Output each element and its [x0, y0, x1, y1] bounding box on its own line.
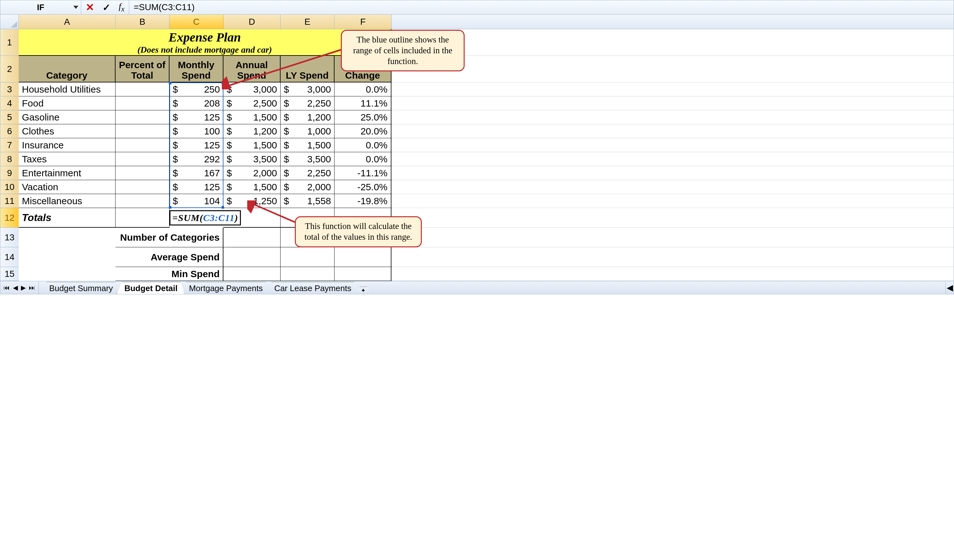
- cell-F15[interactable]: [335, 267, 391, 281]
- row-header-15[interactable]: 15: [0, 267, 19, 281]
- cell-G4[interactable]: [391, 96, 954, 110]
- header-annual-spend[interactable]: AnnualSpend: [223, 56, 281, 82]
- cell-E5[interactable]: $1,200: [281, 110, 335, 124]
- cell-C7[interactable]: $125: [170, 138, 223, 152]
- sheet-tab-2[interactable]: Mortgage Payments: [182, 282, 270, 294]
- cell-A4[interactable]: Food: [19, 96, 115, 110]
- cell-E3[interactable]: $3,000: [281, 82, 335, 96]
- row-header-4[interactable]: 4: [0, 96, 19, 110]
- cell-B3[interactable]: [115, 82, 170, 96]
- cell-G12[interactable]: [391, 208, 954, 228]
- label-avg-spend[interactable]: Average Spend: [115, 247, 223, 267]
- tab-next-icon[interactable]: ▶: [21, 284, 26, 291]
- cell-C4[interactable]: $208: [170, 96, 223, 110]
- cell-D14[interactable]: [223, 247, 281, 267]
- cell-E9[interactable]: $2,250: [281, 166, 335, 180]
- row-header-1[interactable]: 1: [0, 29, 19, 56]
- cell-B7[interactable]: [115, 138, 170, 152]
- name-box[interactable]: IF: [0, 0, 81, 14]
- cell-E8[interactable]: $3,500: [281, 152, 335, 166]
- tab-last-icon[interactable]: ⏭: [29, 284, 35, 291]
- cell-B11[interactable]: [115, 194, 170, 208]
- cell-D9[interactable]: $2,000: [223, 166, 281, 180]
- totals-label[interactable]: Totals: [19, 208, 115, 228]
- row-header-11[interactable]: 11: [0, 194, 19, 208]
- new-sheet-tab[interactable]: ✦: [355, 287, 371, 294]
- row-header-7[interactable]: 7: [0, 138, 19, 152]
- cell-F9[interactable]: -11.1%: [335, 166, 391, 180]
- cell-D6[interactable]: $1,200: [223, 124, 281, 138]
- cell-G1[interactable]: [391, 29, 954, 56]
- cell-F5[interactable]: 25.0%: [335, 110, 391, 124]
- cell-C9[interactable]: $167: [170, 166, 223, 180]
- name-box-dropdown-icon[interactable]: [73, 6, 78, 9]
- cell-B9[interactable]: [115, 166, 170, 180]
- cell-C11[interactable]: $104: [170, 194, 223, 208]
- tab-prev-icon[interactable]: ◀: [13, 284, 18, 291]
- fx-icon[interactable]: fx: [119, 1, 125, 13]
- row-header-10[interactable]: 10: [0, 180, 19, 194]
- label-num-categories[interactable]: Number of Categories: [115, 228, 223, 247]
- cell-F11[interactable]: -19.8%: [335, 194, 391, 208]
- col-header-C[interactable]: C: [170, 15, 223, 29]
- cell-D13[interactable]: [223, 228, 281, 247]
- cell-A7[interactable]: Insurance: [19, 138, 115, 152]
- cell-A15[interactable]: [19, 267, 115, 281]
- cell-C6[interactable]: $100: [170, 124, 223, 138]
- col-header-next[interactable]: [391, 15, 954, 29]
- col-header-A[interactable]: A: [19, 15, 115, 29]
- hscroll-left-icon[interactable]: ◀: [945, 281, 954, 294]
- row-header-9[interactable]: 9: [0, 166, 19, 180]
- cell-A8[interactable]: Taxes: [19, 152, 115, 166]
- tab-first-icon[interactable]: ⏮: [3, 284, 10, 291]
- row-header-12[interactable]: 12: [0, 208, 19, 228]
- cell-E4[interactable]: $2,250: [281, 96, 335, 110]
- cell-F8[interactable]: 0.0%: [335, 152, 391, 166]
- col-header-E[interactable]: E: [281, 15, 335, 29]
- sheet-tab-1[interactable]: Budget Detail: [117, 282, 185, 294]
- cell-D8[interactable]: $3,500: [223, 152, 281, 166]
- cell-E10[interactable]: $2,000: [281, 180, 335, 194]
- row-header-14[interactable]: 14: [0, 247, 19, 267]
- header-percent-total[interactable]: Percent ofTotal: [115, 56, 170, 82]
- label-min-spend[interactable]: Min Spend: [115, 267, 223, 281]
- row-header-3[interactable]: 3: [0, 82, 19, 96]
- cell-E11[interactable]: $1,558: [281, 194, 335, 208]
- cell-C10[interactable]: $125: [170, 180, 223, 194]
- cell-F4[interactable]: 11.1%: [335, 96, 391, 110]
- cell-D5[interactable]: $1,500: [223, 110, 281, 124]
- cell-C5[interactable]: $125: [170, 110, 223, 124]
- select-all-corner[interactable]: [0, 15, 19, 29]
- cell-F14[interactable]: [335, 247, 391, 267]
- cell-G2[interactable]: [391, 56, 954, 82]
- cell-B12[interactable]: [115, 208, 170, 228]
- cell-A10[interactable]: Vacation: [19, 180, 115, 194]
- col-header-F[interactable]: F: [335, 15, 391, 29]
- cell-D7[interactable]: $1,500: [223, 138, 281, 152]
- cell-D15[interactable]: [223, 267, 281, 281]
- cell-A13[interactable]: [19, 228, 115, 247]
- header-category[interactable]: Category: [19, 56, 115, 82]
- cell-G15[interactable]: [391, 267, 954, 281]
- cell-G7[interactable]: [391, 138, 954, 152]
- cell-A14[interactable]: [19, 247, 115, 267]
- row-header-8[interactable]: 8: [0, 152, 19, 166]
- cell-A5[interactable]: Gasoline: [19, 110, 115, 124]
- cell-G13[interactable]: [391, 228, 954, 247]
- cell-F6[interactable]: 20.0%: [335, 124, 391, 138]
- formula-input[interactable]: =SUM(C3:C11): [129, 0, 954, 14]
- cell-G11[interactable]: [391, 194, 954, 208]
- sheet-tab-3[interactable]: Car Lease Payments: [267, 282, 359, 294]
- cell-F10[interactable]: -25.0%: [335, 180, 391, 194]
- sheet-tab-0[interactable]: Budget Summary: [42, 282, 120, 294]
- cell-G5[interactable]: [391, 110, 954, 124]
- cell-F7[interactable]: 0.0%: [335, 138, 391, 152]
- enter-icon[interactable]: ✓: [103, 2, 111, 13]
- cell-E7[interactable]: $1,500: [281, 138, 335, 152]
- cell-A6[interactable]: Clothes: [19, 124, 115, 138]
- cell-C8[interactable]: $292: [170, 152, 223, 166]
- cell-E6[interactable]: $1,000: [281, 124, 335, 138]
- cell-C3[interactable]: $250: [170, 82, 223, 96]
- cell-B6[interactable]: [115, 124, 170, 138]
- cell-G14[interactable]: [391, 247, 954, 267]
